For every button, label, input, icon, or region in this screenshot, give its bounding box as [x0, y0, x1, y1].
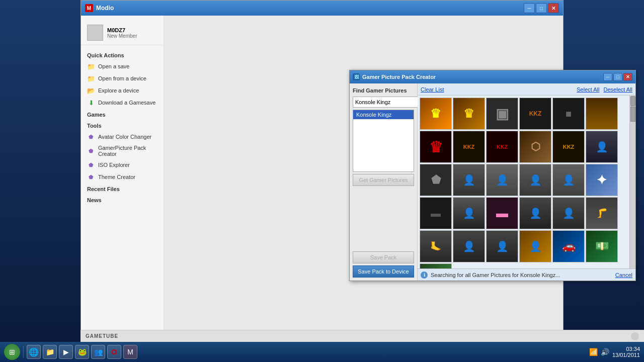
grid-cell[interactable]: 👤 — [586, 131, 618, 163]
grid-cell[interactable]: 👤 — [453, 197, 485, 229]
taskbar-explorer[interactable]: 📁 — [43, 345, 57, 359]
grid-cell[interactable]: 👤 — [453, 230, 485, 262]
taskbar-media[interactable]: ▶ — [59, 345, 73, 359]
main-area: 🖼 Gamer Picture Pack Creator ─ □ ✕ Find … — [164, 16, 563, 341]
dialog-close[interactable]: ✕ — [623, 73, 632, 81]
scrollbar-thumb[interactable] — [630, 107, 635, 122]
grid-cell[interactable]: 👤 — [486, 230, 518, 262]
dialog-icon: 🖼 — [353, 73, 360, 80]
network-icon: 📶 — [589, 348, 598, 356]
status-icon: ℹ — [421, 272, 428, 279]
grid-cell[interactable]: ▬ — [420, 197, 452, 229]
sidebar-item-iso[interactable]: ⬟ ISO Explorer — [81, 159, 164, 171]
grid-cell[interactable]: KKZ — [453, 131, 485, 163]
grid-cell[interactable]: 🚗 — [552, 230, 585, 262]
recent-files-title: Recent Files — [81, 183, 164, 194]
deselect-all-link[interactable]: Deselect All — [604, 86, 632, 93]
taskbar-clock: 03:34 13/01/2011 — [612, 346, 640, 358]
grid-cell[interactable]: 👤 — [552, 164, 585, 196]
grid-cell[interactable]: 💵 — [586, 230, 618, 262]
games-title: Games — [81, 109, 164, 120]
close-button[interactable]: ✕ — [548, 3, 559, 13]
grid-cell[interactable]: ♛ — [420, 131, 452, 163]
sidebar: M0DZ7 New Member Get VIP Quick Actions 📁… — [81, 16, 164, 341]
grid-cell[interactable]: KKZ — [519, 98, 551, 130]
sidebar-item-explore-device[interactable]: 📂 Explore a device — [81, 84, 164, 97]
grid-cell[interactable]: 👤 — [552, 197, 585, 229]
grid-cell[interactable]: KKZ — [486, 131, 518, 163]
volume-icon: 🔊 — [601, 348, 609, 356]
dialog-controls: ─ □ ✕ — [603, 73, 632, 81]
folder-icon: 📂 — [87, 86, 95, 95]
image-grid: ♛ ♛ ▣ KKZ ■ ♛ KKZ KKZ — [419, 97, 628, 268]
grid-toolbar: Clear List Select All Deselect All — [418, 83, 635, 96]
dialog-minimize[interactable]: ─ — [603, 73, 612, 81]
taskbar-right: 📶 🔊 03:34 13/01/2011 — [589, 346, 640, 358]
status-text: Searching for all Gamer Pictures for Kon… — [431, 272, 612, 278]
taskbar-ie[interactable]: 🌐 — [27, 345, 41, 359]
news-title: News — [81, 194, 164, 205]
sidebar-item-avatar-color[interactable]: ⬟ Avatar Color Changer — [81, 131, 164, 143]
gametube-bar: GAMETUBE — [80, 330, 644, 342]
app-titlebar: M Modio ─ □ ✕ — [81, 1, 563, 16]
grid-cell[interactable]: ♛ — [420, 98, 452, 130]
folder-icon: 📁 — [87, 62, 95, 70]
grid-cell[interactable]: 👤 — [519, 230, 551, 262]
image-grid-container[interactable]: ♛ ♛ ▣ KKZ ■ ♛ KKZ KKZ — [418, 96, 629, 268]
sidebar-item-theme[interactable]: ⬟ Theme Creator — [81, 171, 164, 183]
search-input[interactable] — [353, 97, 427, 108]
dialog-gamerpic: 🖼 Gamer Picture Pack Creator ─ □ ✕ Find … — [349, 70, 636, 281]
dialog-maximize[interactable]: □ — [613, 73, 622, 81]
sidebar-item-gamerpic[interactable]: ⬟ GamerPicture Pack Creator — [81, 143, 164, 159]
start-button[interactable]: ⊞ — [4, 344, 20, 360]
date-display: 13/01/2011 — [612, 352, 640, 358]
save-pack-button[interactable]: Save Pack — [353, 251, 414, 263]
grid-cell[interactable]: ■ — [552, 98, 585, 130]
status-bar: ℹ Searching for all Gamer Pictures for K… — [418, 268, 635, 281]
grid-cell[interactable]: 👤 — [519, 164, 551, 196]
dialog-titlebar: 🖼 Gamer Picture Pack Creator ─ □ ✕ — [350, 70, 635, 83]
time-display: 03:34 — [612, 346, 640, 352]
taskbar-frog[interactable]: 🐸 — [75, 345, 89, 359]
taskbar: ⊞ 🌐 📁 ▶ 🐸 👥 O M 📶 🔊 03:34 13/01/2011 — [0, 342, 644, 362]
grid-cell[interactable] — [586, 98, 618, 130]
grid-cell[interactable]: 👤 — [486, 164, 518, 196]
grid-cell[interactable]: KKZ — [552, 131, 585, 163]
download-icon: ⬇ — [87, 99, 95, 107]
gametube-label: GAMETUBE — [86, 333, 118, 339]
grid-cell[interactable]: ♛ — [453, 98, 485, 130]
grid-cell[interactable]: 👤 — [453, 164, 485, 196]
quick-actions-title: Quick Actions — [81, 49, 164, 60]
grid-cell[interactable]: ⬡ — [519, 131, 551, 163]
tool-icon: ⬟ — [87, 147, 95, 155]
tool-icon: ⬟ — [87, 161, 95, 169]
minimize-button[interactable]: ─ — [524, 3, 535, 13]
select-all-link[interactable]: Select All — [577, 86, 599, 93]
grid-cell[interactable]: ✦ — [586, 164, 618, 196]
grid-cell[interactable]: ⬟ — [420, 164, 452, 196]
sidebar-item-download-gamesave[interactable]: ⬇ Download a Gamesave — [81, 97, 164, 109]
taskbar-modio[interactable]: M — [123, 345, 137, 359]
maximize-button[interactable]: □ — [536, 3, 547, 13]
grid-cell[interactable]: 🦵 — [586, 197, 618, 229]
grid-cell[interactable]: ▬ — [486, 197, 518, 229]
grid-cell[interactable]: 🍃 — [420, 263, 452, 268]
right-panel: Clear List Select All Deselect All — [418, 83, 635, 281]
grid-cell[interactable]: 👤 — [519, 197, 551, 229]
sidebar-item-open-save[interactable]: 📁 Open a save — [81, 60, 164, 72]
result-item[interactable]: Konsole Kingz — [353, 110, 414, 119]
grid-cell[interactable]: 🦶 — [420, 230, 452, 262]
result-list: Konsole Kingz — [353, 110, 414, 172]
cancel-link[interactable]: Cancel — [615, 272, 632, 278]
taskbar-opera[interactable]: O — [107, 345, 121, 359]
tool-icon: ⬟ — [87, 173, 95, 181]
scrollbar[interactable] — [629, 96, 635, 268]
app-window: M Modio ─ □ ✕ M0DZ7 New Member Get VIP Q… — [80, 0, 564, 342]
left-panel: Find Gamer Pictures 🔍 Konsole Kingz Get … — [350, 83, 418, 281]
clear-list-link[interactable]: Clear List — [421, 86, 444, 93]
grid-cell[interactable]: ▣ — [486, 98, 518, 130]
save-device-button[interactable]: Save Pack to Device — [353, 265, 414, 278]
taskbar-people[interactable]: 👥 — [91, 345, 105, 359]
get-pictures-button[interactable]: Get Gamer Pictures — [353, 174, 414, 186]
sidebar-item-open-device[interactable]: 📁 Open from a device — [81, 72, 164, 84]
